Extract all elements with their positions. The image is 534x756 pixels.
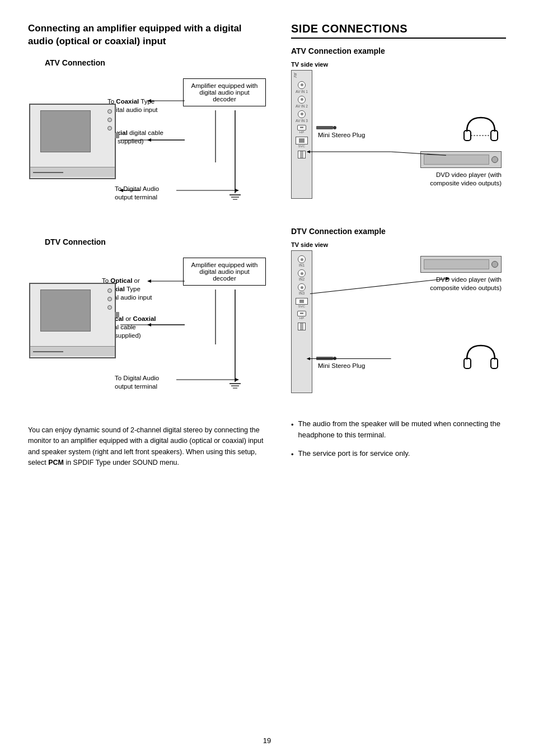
dtv-digital-audio-output-label: To Digital Audiooutput terminal	[115, 374, 176, 391]
atv-tv-side-label: TV side view	[291, 61, 506, 68]
svg-marker-37	[446, 277, 449, 280]
dtv-subtitle: DTV Connection	[45, 237, 269, 246]
tv-control-dot	[107, 118, 112, 122]
atv-side-diagram: AV AV IN 1 AV IN 2 AV IN 3 HP SVC	[291, 70, 506, 216]
atv-digital-audio-output-label: To Digital Audiooutput terminal	[115, 185, 176, 202]
svg-marker-14	[235, 189, 239, 192]
page-number: 19	[0, 736, 534, 745]
svg-marker-32	[307, 150, 310, 153]
tv-screen	[40, 290, 91, 332]
dtv-connection-block: DTV Connection Amplifier equipped with d…	[28, 237, 269, 412]
dtv-side-diagram: IN1 IN2 IN3 SVC HP	[291, 250, 506, 407]
bullet-list: • The audio from the speaker will be mut…	[291, 418, 506, 460]
atv-connection-block: ATV Connection Amplifier equipped with d…	[28, 58, 269, 224]
bullet-dot-2: •	[291, 449, 294, 460]
page: Connecting an amplifier equipped with a …	[0, 0, 534, 756]
tv-control-dot	[107, 305, 112, 310]
atv-tv-illustration: ▬▬▬▬▬▬▬▬▬	[29, 104, 116, 179]
amp-box-dtv: Amplifier equipped with digital audio in…	[183, 258, 266, 286]
side-connections-title: SIDE CONNECTIONS	[291, 22, 506, 39]
atv-side-lines	[291, 70, 506, 216]
tv-screen	[40, 110, 91, 152]
main-title: Connecting an amplifier equipped with a …	[28, 22, 269, 48]
svg-marker-39	[307, 357, 310, 360]
dtv-example-subtitle: DTV Connection example	[291, 227, 506, 236]
atv-example-subtitle: ATV Connection example	[291, 46, 506, 55]
svg-line-33	[391, 152, 446, 155]
bullet-dot-1: •	[291, 419, 294, 440]
bottom-paragraph: You can enjoy dynamic sound of 2-channel…	[28, 425, 269, 469]
tv-bottom-panel: ▬▬▬▬▬▬▬▬▬	[30, 346, 115, 356]
tv-control-dot	[107, 126, 112, 130]
right-column: SIDE CONNECTIONS ATV Connection example …	[291, 22, 506, 468]
dtv-diagram: Amplifier equipped with digital audio in…	[28, 252, 269, 412]
tv-bottom-panel: ▬▬▬▬▬▬▬▬▬	[30, 167, 115, 177]
atv-coaxial-input-label: To Coaxial Typedigital audio input	[107, 97, 180, 114]
svg-marker-27	[235, 378, 239, 381]
tv-control-dot	[107, 297, 112, 301]
amp-box-atv: Amplifier equipped with digital audio in…	[183, 78, 266, 106]
tv-control-dot	[107, 109, 112, 114]
tv-port	[115, 133, 119, 138]
dtv-tv-side-label: TV side view	[291, 241, 506, 248]
dtv-side-lines	[291, 250, 506, 407]
left-column: Connecting an amplifier equipped with a …	[28, 22, 269, 468]
atv-diagram: Amplifier equipped with digital audio in…	[28, 73, 269, 224]
tv-port	[115, 312, 119, 318]
atv-subtitle: ATV Connection	[45, 58, 269, 67]
bullet-item-2: • The service port is for service only.	[291, 448, 506, 460]
svg-line-36	[310, 279, 446, 294]
bullet-item-1: • The audio from the speaker will be mut…	[291, 418, 506, 440]
dtv-tv-illustration: ▬▬▬▬▬▬▬▬▬	[29, 283, 116, 358]
tv-control-dot	[107, 288, 112, 293]
